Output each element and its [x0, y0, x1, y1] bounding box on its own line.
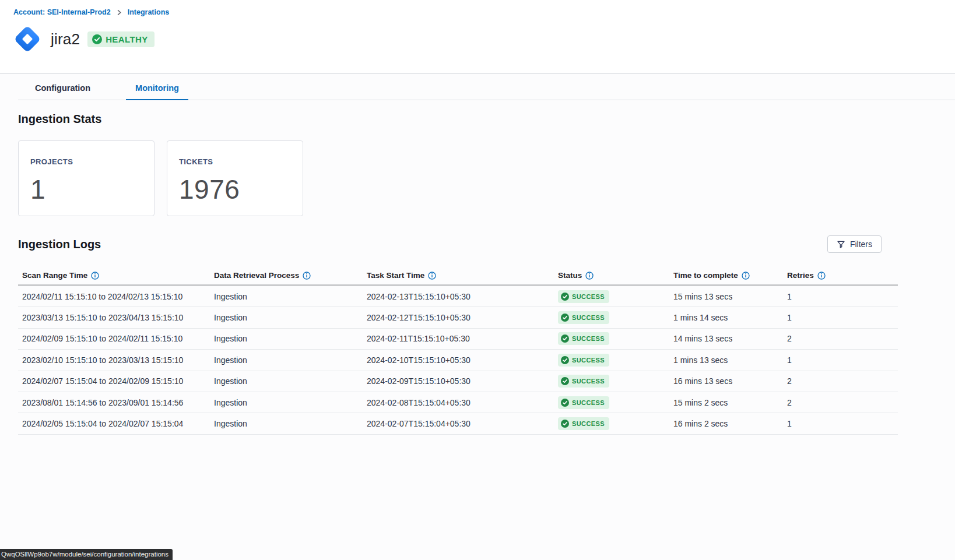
table-row: 2023/08/01 15:14:56 to 2023/09/01 15:14:…	[18, 392, 898, 413]
breadcrumb-account-link[interactable]: Account: SEI-Internal-Prod2	[13, 8, 111, 16]
tab-bar: Configuration Monitoring	[18, 74, 955, 100]
column-label: Task Start Time	[367, 271, 424, 280]
info-icon[interactable]	[742, 272, 750, 280]
column-header-status: Status	[558, 271, 673, 280]
tab-configuration[interactable]: Configuration	[26, 74, 100, 100]
health-status-label: HEALTHY	[106, 34, 148, 44]
status-badge: SUCCESS	[558, 375, 609, 388]
status-label: SUCCESS	[572, 357, 605, 364]
cell-time-to-complete: 1 mins 14 secs	[673, 313, 787, 322]
cell-status: SUCCESS	[558, 332, 673, 345]
column-label: Status	[558, 271, 582, 280]
cell-scan-range: 2024/02/11 15:15:10 to 2024/02/13 15:15:…	[22, 292, 214, 301]
cell-time-to-complete: 1 mins 13 secs	[673, 355, 787, 365]
cell-process: Ingestion	[214, 376, 367, 386]
status-badge: SUCCESS	[558, 311, 609, 324]
stat-card-tickets: TICKETS 1976	[167, 140, 303, 216]
healthy-check-icon	[92, 34, 102, 44]
stat-cards: PROJECTS 1 TICKETS 1976	[18, 140, 955, 216]
cell-status: SUCCESS	[558, 290, 673, 303]
ingestion-logs-heading: Ingestion Logs	[18, 238, 101, 251]
cell-process: Ingestion	[214, 313, 367, 322]
table-row: 2024/02/09 15:15:10 to 2024/02/11 15:15:…	[18, 329, 898, 350]
logs-body: 2024/02/11 15:15:10 to 2024/02/13 15:15:…	[18, 286, 898, 435]
cell-scan-range: 2024/02/09 15:15:10 to 2024/02/11 15:15:…	[22, 334, 214, 343]
cell-task-start: 2024-02-09T15:15:10+05:30	[367, 376, 558, 386]
filter-funnel-icon	[837, 240, 845, 249]
integration-title: jira2	[51, 30, 80, 48]
cell-task-start: 2024-02-07T15:15:04+05:30	[367, 419, 558, 428]
cell-status: SUCCESS	[558, 354, 673, 367]
cell-task-start: 2024-02-13T15:15:10+05:30	[367, 292, 558, 301]
cell-task-start: 2024-02-08T15:15:04+05:30	[367, 398, 558, 407]
cell-status: SUCCESS	[558, 311, 673, 324]
jira-logo-icon	[12, 23, 43, 55]
filters-button-label: Filters	[850, 240, 872, 249]
success-check-icon	[561, 293, 569, 301]
status-label: SUCCESS	[572, 314, 605, 321]
cell-retries: 2	[787, 334, 902, 343]
cell-retries: 2	[787, 376, 902, 386]
cell-process: Ingestion	[214, 334, 367, 343]
ingestion-stats-heading: Ingestion Stats	[18, 112, 955, 126]
stat-value: 1	[30, 174, 142, 205]
info-icon[interactable]	[303, 272, 311, 280]
cell-status: SUCCESS	[558, 375, 673, 388]
cell-process: Ingestion	[214, 292, 367, 301]
status-label: SUCCESS	[572, 378, 605, 385]
cell-task-start: 2024-02-12T15:15:10+05:30	[367, 313, 558, 322]
info-icon[interactable]	[91, 272, 99, 280]
tab-monitoring[interactable]: Monitoring	[126, 74, 188, 100]
success-check-icon	[561, 420, 569, 428]
ingestion-logs-table: Scan Range TimeData Retrieval ProcessTas…	[18, 266, 898, 435]
column-label: Scan Range Time	[22, 271, 87, 280]
cell-process: Ingestion	[214, 355, 367, 365]
status-badge: SUCCESS	[558, 290, 609, 303]
column-header-task-start-time: Task Start Time	[367, 271, 558, 280]
status-badge: SUCCESS	[558, 354, 609, 367]
main-content: Configuration Monitoring Ingestion Stats…	[0, 74, 955, 560]
info-icon[interactable]	[428, 272, 436, 280]
success-check-icon	[561, 377, 569, 385]
success-check-icon	[561, 314, 569, 322]
table-row: 2023/02/10 15:15:10 to 2023/03/13 15:15:…	[18, 350, 898, 371]
cell-retries: 2	[787, 398, 902, 407]
status-label: SUCCESS	[572, 420, 605, 427]
status-bar-link-preview: QwqOSllWp9ob7w/module/sei/configuration/…	[0, 549, 173, 560]
cell-scan-range: 2024/02/05 15:15:04 to 2024/02/07 15:15:…	[22, 419, 214, 428]
cell-retries: 1	[787, 355, 902, 365]
table-row: 2024/02/07 15:15:04 to 2024/02/09 15:15:…	[18, 371, 898, 392]
cell-task-start: 2024-02-10T15:15:10+05:30	[367, 355, 558, 365]
success-check-icon	[561, 334, 569, 343]
column-header-time-to-complete: Time to complete	[673, 271, 787, 280]
status-badge: SUCCESS	[558, 332, 609, 345]
breadcrumb-integrations-link[interactable]: Integrations	[128, 8, 170, 16]
success-check-icon	[561, 399, 569, 407]
status-label: SUCCESS	[572, 399, 605, 406]
info-icon[interactable]	[817, 272, 826, 280]
stat-label: TICKETS	[179, 157, 291, 166]
info-icon[interactable]	[585, 272, 594, 280]
cell-time-to-complete: 15 mins 2 secs	[673, 398, 787, 407]
cell-time-to-complete: 14 mins 13 secs	[673, 334, 787, 343]
cell-status: SUCCESS	[558, 417, 673, 430]
stat-value: 1976	[179, 174, 291, 205]
table-row: 2023/03/13 15:15:10 to 2023/04/13 15:15:…	[18, 307, 898, 328]
cell-status: SUCCESS	[558, 396, 673, 409]
cell-retries: 1	[787, 313, 902, 322]
cell-time-to-complete: 16 mins 13 secs	[673, 376, 787, 386]
status-label: SUCCESS	[572, 335, 605, 342]
page-header: Account: SEI-Internal-Prod2 Integrations	[0, 0, 955, 74]
health-status-badge: HEALTHY	[87, 31, 155, 47]
status-label: SUCCESS	[572, 293, 605, 300]
filters-button[interactable]: Filters	[827, 235, 882, 253]
table-row: 2024/02/11 15:15:10 to 2024/02/13 15:15:…	[18, 286, 898, 307]
column-label: Time to complete	[673, 271, 738, 280]
cell-scan-range: 2023/08/01 15:14:56 to 2023/09/01 15:14:…	[22, 398, 214, 407]
cell-process: Ingestion	[214, 419, 367, 428]
breadcrumb: Account: SEI-Internal-Prod2 Integrations	[13, 8, 955, 16]
cell-scan-range: 2023/03/13 15:15:10 to 2023/04/13 15:15:…	[22, 313, 214, 322]
table-row: 2024/02/05 15:15:04 to 2024/02/07 15:15:…	[18, 413, 898, 434]
cell-scan-range: 2024/02/07 15:15:04 to 2024/02/09 15:15:…	[22, 376, 214, 386]
logs-header-row: Scan Range TimeData Retrieval ProcessTas…	[18, 266, 898, 286]
